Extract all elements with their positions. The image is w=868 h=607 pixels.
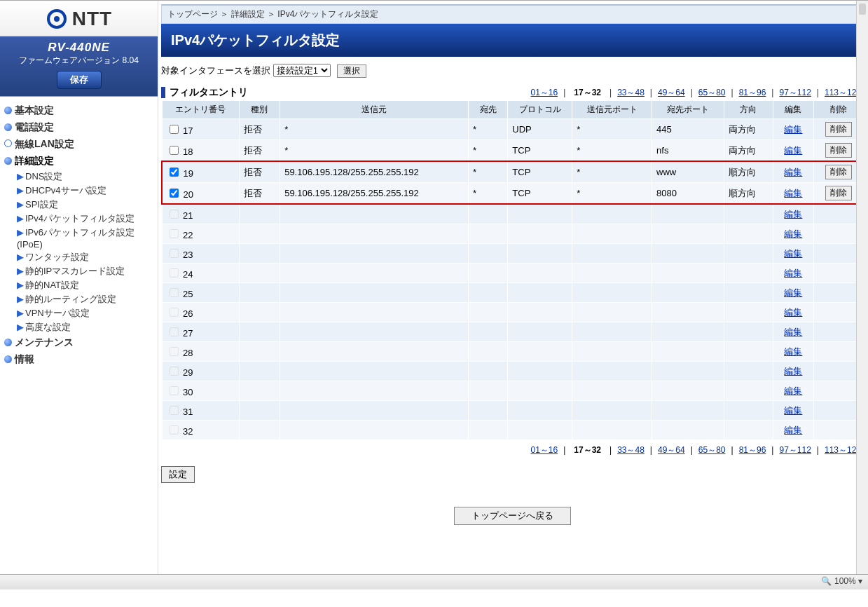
apply-button[interactable]: 設定 [161,466,195,483]
delete-button[interactable]: 削除 [825,165,852,179]
src-cell [280,401,469,421]
pager-link[interactable]: 65～80 [698,445,726,455]
dport-cell [652,303,724,322]
pager-link[interactable]: 01～16 [530,445,558,455]
entry-checkbox [170,288,179,297]
save-button[interactable]: 保存 [57,71,102,89]
entry-checkbox[interactable] [170,125,179,134]
interface-select[interactable]: 接続設定1 [273,64,331,77]
edit-link[interactable]: 編集 [784,386,802,396]
entry-checkbox[interactable] [170,189,179,198]
src-cell [280,264,469,283]
entry-checkbox[interactable] [170,168,179,177]
pager-link[interactable]: 33～48 [617,88,645,97]
pager-link[interactable]: 49～64 [658,445,685,455]
dst-cell: * [468,161,507,183]
proto-cell [508,224,572,244]
pager-link[interactable]: 01～16 [530,88,558,97]
dir-cell [724,264,773,283]
edit-link[interactable]: 編集 [784,346,802,357]
sport-cell [572,362,652,381]
subnav-item[interactable]: ▶SPI設定 [17,198,158,212]
edit-cell: 編集 [773,421,814,440]
back-button[interactable]: トップページへ戻る [454,507,571,525]
pager-link[interactable]: 81～96 [739,445,766,455]
dst-cell [468,303,507,322]
ntt-logo-icon [46,8,68,30]
edit-link[interactable]: 編集 [784,248,802,259]
model-name: RV-440NE [0,41,158,55]
pager-link[interactable]: 65～80 [698,88,726,97]
zoom-caret-icon[interactable]: ▾ [858,576,862,586]
type-cell: 拒否 [239,140,280,162]
scrollbar[interactable] [856,1,868,574]
edit-link[interactable]: 編集 [784,287,802,298]
edit-link[interactable]: 編集 [784,425,802,435]
dst-cell [468,421,507,440]
breadcrumb: トップページ ＞ 詳細設定 ＞ IPv4パケットフィルタ設定 [161,4,864,24]
pager-link: 17～32 [574,88,601,97]
edit-link[interactable]: 編集 [784,209,802,219]
subnav-item[interactable]: ▶IPv4パケットフィルタ設定 [17,212,158,226]
edit-link[interactable]: 編集 [784,167,802,177]
pager-link[interactable]: 49～64 [658,88,685,97]
entry-checkbox[interactable] [170,146,179,155]
edit-cell: 編集 [773,161,814,183]
dst-cell [468,401,507,421]
nav-maint[interactable]: メンテナンス [4,334,158,351]
entry-cell: 21 [162,204,239,224]
nav-adv[interactable]: 詳細設定 [4,153,158,170]
subnav-item[interactable]: ▶静的NAT設定 [17,278,158,292]
src-cell [280,421,469,440]
subnav-item[interactable]: ▶静的ルーティング設定 [17,292,158,306]
edit-link[interactable]: 編集 [784,124,802,135]
subnav-item[interactable]: ▶DHCPv4サーバ設定 [17,184,158,198]
dst-cell [468,322,507,342]
nav-wlan[interactable]: 無線LAN設定 [4,136,158,153]
sport-cell [572,204,652,224]
dport-cell: 445 [652,119,724,140]
subnav-item[interactable]: ▶ワンタッチ設定 [17,250,158,264]
type-cell [239,421,280,440]
edit-link[interactable]: 編集 [784,145,802,156]
edit-link[interactable]: 編集 [784,268,802,278]
dport-cell [652,283,724,303]
delete-button[interactable]: 削除 [825,143,852,158]
delete-button[interactable]: 削除 [825,186,852,200]
pager-top: 01～16|17～32|33～48|49～64|65～80|81～96|97～1… [528,87,864,99]
type-cell [239,381,280,401]
dir-cell [724,381,773,401]
pager-link[interactable]: 97～112 [779,88,811,97]
dir-cell [724,204,773,224]
edit-link[interactable]: 編集 [784,229,802,239]
subnav-item[interactable]: ▶VPNサーバ設定 [17,306,158,320]
entry-cell: 24 [162,264,239,283]
subnav-item[interactable]: ▶DNS設定 [17,170,158,184]
brand-logo: NTT [0,1,158,36]
dir-cell [724,401,773,421]
pager-link[interactable]: 33～48 [617,445,645,455]
nav-tel[interactable]: 電話設定 [4,119,158,136]
edit-cell: 編集 [773,140,814,162]
edit-link[interactable]: 編集 [784,307,802,318]
section-bar-icon [161,87,165,98]
type-cell [239,303,280,322]
entry-cell: 30 [162,381,239,401]
subnav-item[interactable]: ▶静的IPマスカレード設定 [17,264,158,278]
sport-cell: * [572,119,652,140]
pager-link[interactable]: 81～96 [739,88,766,97]
subnav-item[interactable]: ▶高度な設定 [17,320,158,334]
entry-checkbox [170,425,179,435]
edit-link[interactable]: 編集 [784,405,802,416]
subnav-item[interactable]: ▶IPv6パケットフィルタ設定(IPoE) [17,226,158,250]
select-button[interactable]: 選択 [337,64,366,78]
edit-link[interactable]: 編集 [784,188,802,198]
edit-link[interactable]: 編集 [784,327,802,337]
edit-link[interactable]: 編集 [784,366,802,376]
delete-button[interactable]: 削除 [825,122,852,137]
pager-link[interactable]: 97～112 [779,445,811,455]
nav-info[interactable]: 情報 [4,351,158,368]
firmware-version: ファームウェアバージョン 8.04 [0,55,158,67]
proto-cell [508,421,572,440]
nav-basic[interactable]: 基本設定 [4,102,158,119]
